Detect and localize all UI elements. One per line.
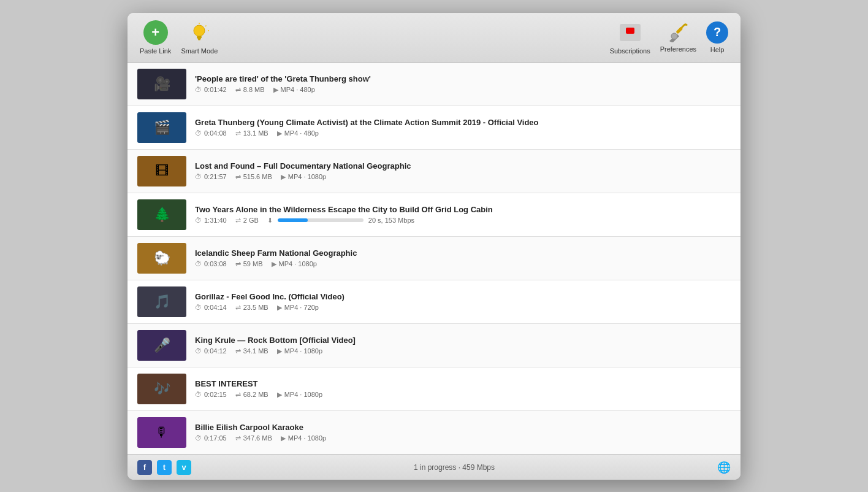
download-item[interactable]: 🎬Greta Thunberg (Young Climate Activist)… bbox=[128, 106, 740, 150]
item-info: BEST INTEREST⏱0:02:15⇌68.2 MB▶MP4 · 1080… bbox=[195, 379, 731, 399]
download-item[interactable]: 🎥'People are tired' of the 'Greta Thunbe… bbox=[128, 63, 740, 106]
item-meta: ⏱0:04:08⇌13.1 MB▶MP4 · 480p bbox=[195, 129, 731, 137]
item-title: 'People are tired' of the 'Greta Thunber… bbox=[195, 74, 731, 83]
item-info: Gorillaz - Feel Good Inc. (Official Vide… bbox=[195, 292, 731, 312]
item-info: Two Years Alone in the Wilderness Escape… bbox=[195, 205, 731, 225]
svg-point-8 bbox=[671, 33, 677, 39]
item-size: ⇌347.6 MB bbox=[235, 434, 272, 442]
item-format: ▶MP4 · 480p bbox=[277, 129, 319, 137]
download-item[interactable]: 🎞Lost and Found – Full Documentary Natio… bbox=[128, 150, 740, 193]
subscriptions-label: Subscriptions bbox=[610, 47, 650, 55]
item-title: Billie Eilish Carpool Karaoke bbox=[195, 423, 731, 432]
svg-rect-2 bbox=[197, 38, 201, 39]
thumbnail: 🌲 bbox=[137, 199, 186, 230]
vimeo-button[interactable]: v bbox=[177, 460, 191, 475]
item-duration: ⏱0:04:14 bbox=[195, 304, 227, 311]
item-duration: ⏱0:03:08 bbox=[195, 260, 227, 267]
item-meta: ⏱0:02:15⇌68.2 MB▶MP4 · 1080p bbox=[195, 391, 731, 399]
item-title: Icelandic Sheep Farm National Geographic bbox=[195, 248, 731, 258]
preferences-label: Preferences bbox=[660, 45, 696, 53]
toolbar-right: Subscriptions Preferences ? Help bbox=[610, 20, 728, 55]
subscriptions-icon bbox=[618, 20, 642, 45]
social-icons: f t v bbox=[137, 460, 191, 475]
svg-rect-3 bbox=[198, 39, 200, 40]
item-meta: ⏱0:04:14⇌23.5 MB▶MP4 · 720p bbox=[195, 304, 731, 312]
item-format: ▶MP4 · 1080p bbox=[272, 260, 317, 268]
item-meta: ⏱0:17:05⇌347.6 MB▶MP4 · 1080p bbox=[195, 434, 731, 442]
thumbnail: 🎞 bbox=[137, 156, 186, 186]
help-label: Help bbox=[710, 46, 725, 53]
item-size: ⇌515.6 MB bbox=[235, 173, 272, 181]
status-bar: f t v 1 in progress · 459 Mbps 🌐 bbox=[128, 455, 740, 480]
download-item[interactable]: 🎵Gorillaz - Feel Good Inc. (Official Vid… bbox=[128, 280, 740, 324]
thumbnail: 🎙 bbox=[137, 417, 186, 448]
thumbnail: 🎬 bbox=[137, 112, 186, 143]
item-format: ▶MP4 · 1080p bbox=[277, 391, 322, 399]
item-duration: ⏱0:21:57 bbox=[195, 173, 227, 180]
item-duration: ⏱0:02:15 bbox=[195, 391, 227, 398]
item-meta: ⏱0:03:08⇌59 MB▶MP4 · 1080p bbox=[195, 260, 731, 268]
thumbnail: 🎶 bbox=[137, 374, 186, 404]
item-format: ▶MP4 · 1080p bbox=[281, 434, 326, 442]
item-info: King Krule — Rock Bottom [Official Video… bbox=[195, 336, 731, 355]
subscriptions-button[interactable]: Subscriptions bbox=[610, 20, 650, 55]
toolbar-left: + Paste Link Smart Mode bbox=[140, 20, 598, 55]
item-title: Gorillaz - Feel Good Inc. (Official Vide… bbox=[195, 292, 731, 301]
item-info: Billie Eilish Carpool Karaoke⏱0:17:05⇌34… bbox=[195, 423, 731, 442]
item-duration: ⏱0:17:05 bbox=[195, 434, 227, 442]
item-format: ▶MP4 · 1080p bbox=[281, 173, 326, 181]
item-size: ⇌34.1 MB bbox=[235, 347, 268, 355]
paste-link-icon: + bbox=[143, 20, 168, 45]
item-size: ⇌8.8 MB bbox=[235, 86, 265, 94]
thumbnail: 🎵 bbox=[137, 286, 186, 317]
item-info: Icelandic Sheep Farm National Geographic… bbox=[195, 248, 731, 268]
thumbnail: 🐑 bbox=[137, 243, 186, 274]
item-size: ⇌68.2 MB bbox=[235, 391, 268, 399]
download-item[interactable]: 🐑Icelandic Sheep Farm National Geographi… bbox=[128, 237, 740, 280]
item-format: ▶MP4 · 1080p bbox=[277, 347, 322, 355]
globe-icon[interactable]: 🌐 bbox=[717, 461, 731, 474]
twitter-button[interactable]: t bbox=[157, 460, 172, 475]
download-item[interactable]: 🌲Two Years Alone in the Wilderness Escap… bbox=[128, 193, 740, 237]
item-title: Greta Thunberg (Young Climate Activist) … bbox=[195, 118, 731, 127]
item-meta: ⏱0:01:42⇌8.8 MB▶MP4 · 480p bbox=[195, 86, 731, 94]
preferences-button[interactable]: Preferences bbox=[660, 22, 696, 53]
help-icon: ? bbox=[706, 21, 728, 44]
item-size: ⇌2 GB bbox=[235, 217, 259, 225]
item-progress: ⬇ 20 s, 153 Mbps bbox=[267, 217, 414, 225]
download-item[interactable]: 🎶BEST INTEREST⏱0:02:15⇌68.2 MB▶MP4 · 108… bbox=[128, 367, 740, 411]
item-title: King Krule — Rock Bottom [Official Video… bbox=[195, 336, 731, 345]
thumbnail: 🎥 bbox=[137, 69, 186, 99]
main-window: + Paste Link Smart Mode bbox=[128, 13, 740, 480]
svg-rect-7 bbox=[676, 26, 683, 34]
bulb-icon bbox=[187, 20, 211, 45]
smart-mode-label: Smart Mode bbox=[181, 47, 218, 55]
item-info: Lost and Found – Full Documentary Nation… bbox=[195, 161, 731, 181]
item-duration: ⏱0:01:42 bbox=[195, 86, 227, 93]
item-info: Greta Thunberg (Young Climate Activist) … bbox=[195, 118, 731, 137]
download-item[interactable]: 🎤King Krule — Rock Bottom [Official Vide… bbox=[128, 324, 740, 367]
item-title: Lost and Found – Full Documentary Nation… bbox=[195, 161, 731, 171]
help-button[interactable]: ? Help bbox=[706, 21, 728, 53]
thumbnail: 🎤 bbox=[137, 330, 186, 361]
facebook-button[interactable]: f bbox=[137, 460, 152, 475]
item-format: ▶MP4 · 720p bbox=[277, 304, 319, 312]
item-info: 'People are tired' of the 'Greta Thunber… bbox=[195, 74, 731, 94]
item-meta: ⏱1:31:40⇌2 GB ⬇ 20 s, 153 Mbps bbox=[195, 217, 731, 225]
smart-mode-button[interactable]: Smart Mode bbox=[181, 20, 218, 55]
status-text: 1 in progress · 459 Mbps bbox=[414, 463, 495, 472]
item-size: ⇌59 MB bbox=[235, 260, 263, 268]
svg-point-0 bbox=[194, 25, 205, 36]
paste-link-label: Paste Link bbox=[140, 47, 171, 55]
item-duration: ⏱0:04:08 bbox=[195, 129, 227, 137]
item-size: ⇌13.1 MB bbox=[235, 129, 268, 137]
download-item[interactable]: 🎙Billie Eilish Carpool Karaoke⏱0:17:05⇌3… bbox=[128, 411, 740, 455]
item-format: ▶MP4 · 480p bbox=[273, 86, 315, 94]
item-duration: ⏱1:31:40 bbox=[195, 217, 227, 224]
svg-rect-1 bbox=[197, 36, 202, 38]
item-size: ⇌23.5 MB bbox=[235, 304, 268, 312]
download-list: 🎥'People are tired' of the 'Greta Thunbe… bbox=[128, 63, 740, 455]
paste-link-button[interactable]: + Paste Link bbox=[140, 20, 171, 55]
item-duration: ⏱0:04:12 bbox=[195, 347, 227, 355]
item-meta: ⏱0:21:57⇌515.6 MB▶MP4 · 1080p bbox=[195, 173, 731, 181]
